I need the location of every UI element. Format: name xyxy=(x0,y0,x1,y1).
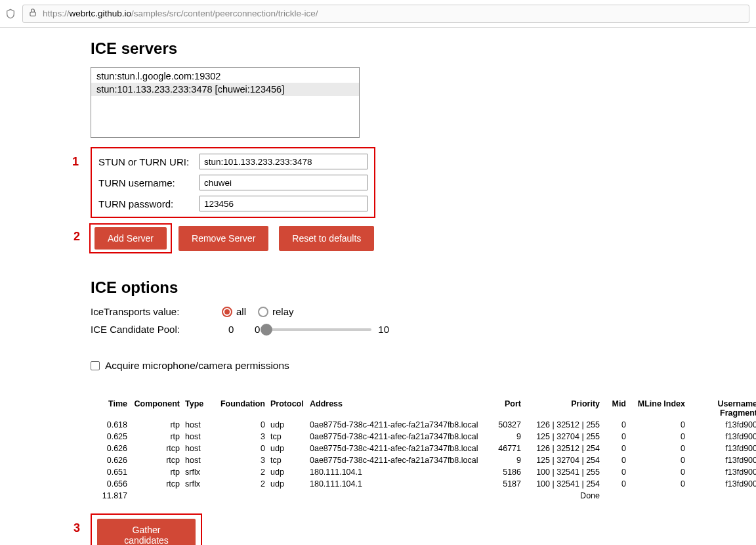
ice-server-list[interactable]: stun:stun.l.google.com:19302stun:101.133… xyxy=(91,67,360,138)
table-done-row: 11.817 Done xyxy=(91,490,756,502)
svg-rect-0 xyxy=(30,12,35,16)
table-row: 0.625rtphost3tcp0ae8775d-738c-4211-afec-… xyxy=(91,431,756,443)
add-server-button[interactable]: Add Server xyxy=(94,227,167,250)
radio-all[interactable]: all xyxy=(222,306,246,317)
browser-url-bar: https://webrtc.github.io/samples/src/con… xyxy=(0,0,756,28)
pool-value: 0 xyxy=(228,324,248,335)
pool-min: 0 xyxy=(255,324,260,335)
th-priority: Priority xyxy=(524,398,602,419)
th-address: Address xyxy=(307,398,484,419)
uri-label: STUN or TURN URI: xyxy=(98,156,196,167)
annotation-3: 3 xyxy=(74,521,80,535)
server-form-block: STUN or TURN URI: TURN username: TURN pa… xyxy=(91,147,375,218)
pool-label: ICE Candidate Pool: xyxy=(91,324,222,335)
th-foundation: Foundation xyxy=(215,398,268,419)
url-input[interactable]: https://webrtc.github.io/samples/src/con… xyxy=(22,5,749,23)
server-list-item[interactable]: stun:stun.l.google.com:19302 xyxy=(91,70,359,83)
th-component: Component xyxy=(130,398,182,419)
th-ufrag: Username Fragment xyxy=(688,398,756,419)
annotation-1: 1 xyxy=(72,155,79,169)
gather-candidates-button[interactable]: Gather candidates xyxy=(97,519,196,545)
slider-thumb-icon[interactable] xyxy=(261,324,272,336)
pool-max: 10 xyxy=(378,324,389,335)
table-row: 0.626rtcphost0udp0ae8775d-738c-4211-afec… xyxy=(91,443,756,454)
ice-options-heading: ICE options xyxy=(91,278,756,297)
th-type: Type xyxy=(182,398,215,419)
lock-icon xyxy=(28,8,37,19)
shield-icon xyxy=(4,7,17,20)
uri-input[interactable] xyxy=(200,154,368,169)
table-row: 0.656rtcpsrflx2udp180.111.104.15187100 |… xyxy=(91,478,756,490)
password-input[interactable] xyxy=(200,196,368,211)
password-label: TURN password: xyxy=(98,198,196,209)
th-port: Port xyxy=(484,398,524,419)
ice-servers-heading: ICE servers xyxy=(91,39,756,58)
th-time: Time xyxy=(91,398,130,419)
radio-relay-icon xyxy=(258,307,268,317)
th-mid: Mid xyxy=(602,398,629,419)
candidate-table: Time Component Type Foundation Protocol … xyxy=(91,398,756,502)
radio-all-icon xyxy=(222,307,232,317)
table-row: 0.626rtcphost3tcp0ae8775d-738c-4211-afec… xyxy=(91,454,756,466)
acquire-checkbox[interactable] xyxy=(91,361,100,370)
server-list-item[interactable]: stun:101.133.233.233:3478 [chuwei:123456… xyxy=(91,83,359,96)
radio-relay[interactable]: relay xyxy=(258,306,294,317)
acquire-label: Acquire microphone/camera permissions xyxy=(105,360,289,372)
username-input[interactable] xyxy=(200,175,368,190)
th-mline: MLine Index xyxy=(629,398,688,419)
username-label: TURN username: xyxy=(98,177,196,188)
transports-label: IceTransports value: xyxy=(91,306,222,317)
reset-defaults-button[interactable]: Reset to defaults xyxy=(279,226,374,251)
th-protocol: Protocol xyxy=(268,398,307,419)
table-row: 0.618rtphost0udp0ae8775d-738c-4211-afec-… xyxy=(91,419,756,431)
pool-slider[interactable] xyxy=(266,328,371,331)
table-row: 0.651rtpsrflx2udp180.111.104.15186100 | … xyxy=(91,466,756,478)
url-text: https://webrtc.github.io/samples/src/con… xyxy=(43,9,318,18)
annotation-2: 2 xyxy=(74,230,80,244)
remove-server-button[interactable]: Remove Server xyxy=(178,226,268,251)
